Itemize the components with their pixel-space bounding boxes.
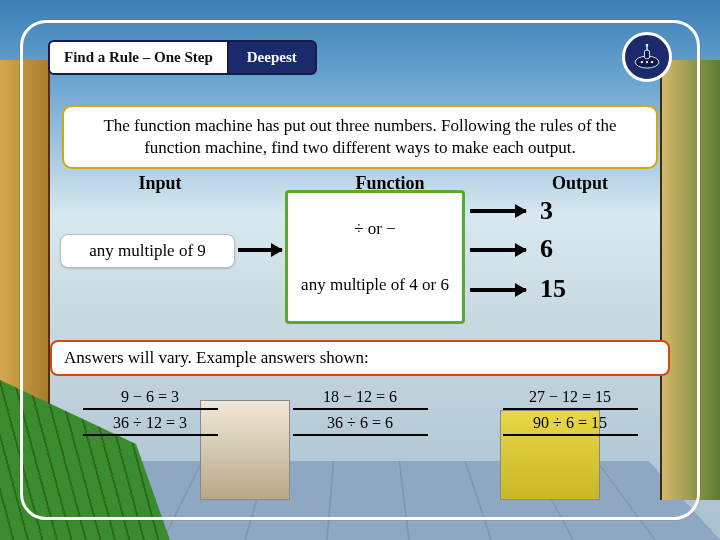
example-col-3: 27 − 12 = 15 90 ÷ 6 = 15 (480, 385, 660, 437)
output-value-2: 6 (540, 234, 553, 264)
svg-point-4 (641, 61, 643, 63)
example-equation: 27 − 12 = 15 (503, 386, 638, 410)
input-label: Input (60, 173, 260, 194)
svg-point-3 (646, 44, 649, 47)
difficulty-level-tab: Deepest (229, 40, 317, 75)
svg-point-6 (651, 61, 653, 63)
example-answers-row: 9 − 6 = 3 36 ÷ 12 = 3 18 − 12 = 6 36 ÷ 6… (60, 385, 660, 437)
answers-banner: Answers will vary. Example answers shown… (50, 340, 670, 376)
svg-point-5 (646, 61, 648, 63)
example-equation: 36 ÷ 6 = 6 (293, 412, 428, 436)
output-label: Output (510, 173, 650, 194)
svg-rect-1 (644, 50, 649, 59)
question-prompt: The function machine has put out three n… (62, 105, 658, 169)
example-equation: 90 ÷ 6 = 15 (503, 412, 638, 436)
output-value-3: 15 (540, 274, 566, 304)
function-operator: ÷ or − (354, 219, 396, 239)
lesson-title-tab: Find a Rule – One Step (48, 40, 229, 75)
function-box: ÷ or − any multiple of 4 or 6 (285, 190, 465, 324)
example-col-2: 18 − 12 = 6 36 ÷ 6 = 6 (270, 385, 450, 437)
arrow-input-to-function (238, 248, 282, 252)
function-machine: any multiple of 9 ÷ or − any multiple of… (60, 196, 660, 326)
function-constraint: any multiple of 4 or 6 (301, 275, 449, 295)
submarine-badge (622, 32, 672, 82)
header-tabs: Find a Rule – One Step Deepest (48, 40, 317, 75)
example-equation: 18 − 12 = 6 (293, 386, 428, 410)
example-col-1: 9 − 6 = 3 36 ÷ 12 = 3 (60, 385, 240, 437)
arrow-to-output-1 (470, 209, 526, 213)
arrow-to-output-3 (470, 288, 526, 292)
output-value-1: 3 (540, 196, 553, 226)
example-equation: 9 − 6 = 3 (83, 386, 218, 410)
example-equation: 36 ÷ 12 = 3 (83, 412, 218, 436)
input-constraint-chip: any multiple of 9 (60, 234, 235, 268)
submarine-icon (630, 40, 664, 74)
arrow-to-output-2 (470, 248, 526, 252)
